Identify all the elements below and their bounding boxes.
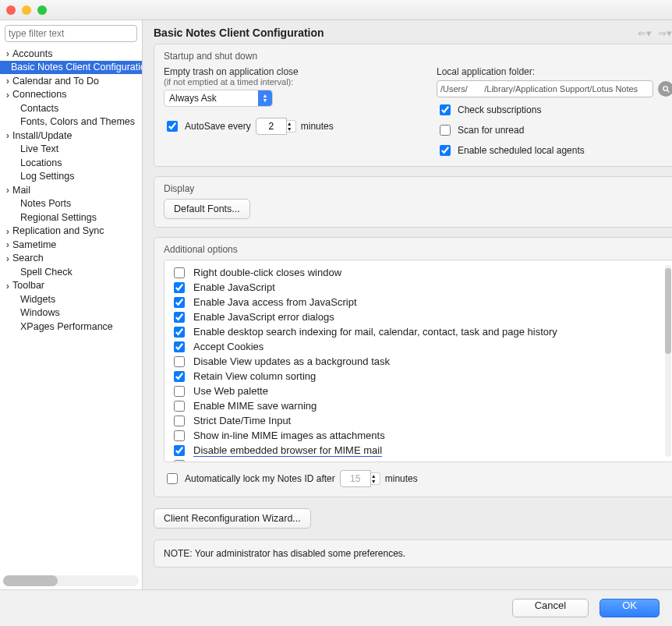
sidebar-item[interactable]: ›Sametime [0, 238, 142, 252]
ok-button[interactable]: OK [599, 599, 660, 617]
sidebar-item[interactable]: ›Accounts [0, 47, 142, 61]
sidebar-item-label: Widgets [20, 294, 55, 305]
options-vscroll-thumb[interactable] [665, 268, 671, 354]
option-row[interactable]: Disable View updates as a background tas… [171, 354, 667, 369]
sidebar-item-label: Install/Update [12, 130, 72, 141]
empty-trash-select[interactable]: Always Ask ▲▼ [164, 90, 273, 107]
autosave-label: AutoSave every [185, 121, 251, 132]
svg-point-0 [663, 86, 667, 90]
option-row[interactable]: Enable JavaScript [171, 280, 667, 295]
scan-unread-checkbox[interactable] [440, 125, 451, 136]
sidebar-item-label: Basic Notes Client Configuration [11, 62, 142, 73]
option-label: Retain View column sorting [193, 370, 316, 382]
sidebar-item[interactable]: ›Replication and Sync [0, 225, 142, 239]
option-row[interactable]: Enable MIME save warning [171, 398, 667, 413]
section-additional-title: Additional options [164, 244, 672, 255]
sidebar-item[interactable]: Basic Notes Client Configuration [0, 61, 142, 75]
sidebar-item[interactable]: Log Settings [0, 170, 142, 184]
option-label: Enable JavaScript [193, 281, 275, 293]
sidebar-item[interactable]: ›Toolbar [0, 279, 142, 293]
check-subscriptions-checkbox[interactable] [440, 104, 451, 115]
filter-input[interactable] [5, 25, 137, 42]
section-startup-title: Startup and shut down [164, 51, 672, 62]
window-close-icon[interactable] [6, 5, 16, 15]
option-checkbox[interactable] [174, 356, 185, 367]
option-row[interactable]: Enable JavaScript error dialogs [171, 309, 667, 324]
sidebar-item[interactable]: Regional Settings [0, 210, 142, 225]
option-checkbox[interactable] [174, 460, 185, 462]
chevron-updown-icon: ▲▼ [258, 90, 272, 106]
option-row[interactable]: Right double-click closes window [171, 265, 667, 280]
option-checkbox[interactable] [174, 312, 185, 323]
page-title: Basic Notes Client Configuration [154, 27, 324, 39]
nav-back-icon[interactable]: ⇐▾ [638, 27, 652, 39]
option-label: Enable desktop search indexing for mail,… [193, 326, 557, 338]
chevron-right-icon: › [3, 89, 12, 101]
sidebar-item[interactable]: Widgets [0, 292, 142, 306]
window-minimize-icon[interactable] [22, 5, 31, 15]
sidebar-item[interactable]: Windows [0, 306, 142, 320]
sidebar-hscroll-thumb[interactable] [3, 575, 58, 586]
sidebar-item[interactable]: XPages Performance [0, 320, 142, 334]
option-checkbox[interactable] [174, 297, 185, 308]
option-checkbox[interactable] [174, 282, 185, 293]
lock-stepper[interactable]: ▲▼ [371, 472, 380, 485]
preference-tree[interactable]: ›AccountsBasic Notes Client Configuratio… [0, 47, 142, 572]
sidebar-item[interactable]: Locations [0, 156, 142, 170]
option-row[interactable]: When text language is unspecified use th… [171, 458, 667, 462]
chevron-right-icon: › [3, 280, 12, 292]
option-checkbox[interactable] [174, 430, 185, 441]
cancel-button[interactable]: Cancel [512, 599, 589, 617]
autosave-stepper[interactable]: ▲▼ [287, 120, 296, 133]
sidebar-item[interactable]: Notes Ports [0, 197, 142, 211]
reconfig-wizard-button[interactable]: Client Reconfiguration Wizard... [154, 508, 311, 529]
option-checkbox[interactable] [174, 416, 185, 426]
browse-icon[interactable] [658, 81, 672, 97]
option-checkbox[interactable] [174, 401, 185, 412]
section-display: Display Default Fonts... [154, 176, 672, 228]
sidebar-item[interactable]: ›Search [0, 252, 142, 266]
option-checkbox[interactable] [174, 386, 185, 397]
autosave-value[interactable] [256, 118, 287, 135]
sidebar-hscroll[interactable] [3, 575, 139, 586]
option-row[interactable]: Show in-line MIME images as attachments [171, 428, 667, 443]
sidebar-item[interactable]: ›Mail [0, 183, 142, 197]
admin-note: NOTE: Your administrator has disabled so… [154, 539, 672, 568]
sidebar-item[interactable]: Spell Check [0, 265, 142, 279]
option-row[interactable]: Enable desktop search indexing for mail,… [171, 324, 667, 339]
option-checkbox[interactable] [174, 327, 185, 338]
sidebar-item[interactable]: Fonts, Colors and Themes [0, 115, 142, 129]
additional-options-list[interactable]: Right double-click closes windowEnable J… [164, 260, 672, 462]
option-row[interactable]: Strict Date/Time Input [171, 413, 667, 428]
filter-box [5, 25, 137, 42]
options-vscroll[interactable] [665, 265, 671, 457]
sidebar-item[interactable]: ›Connections [0, 88, 142, 102]
sidebar-item[interactable]: Live Text [0, 143, 142, 157]
nav-fwd-icon[interactable]: ⇒▾ [658, 27, 672, 39]
sidebar-item[interactable]: ›Install/Update [0, 129, 142, 143]
option-row[interactable]: Enable Java access from JavaScript [171, 295, 667, 309]
option-checkbox[interactable] [174, 445, 185, 456]
option-checkbox[interactable] [174, 371, 185, 382]
option-row[interactable]: Accept Cookies [171, 339, 667, 354]
sidebar-item-label: Spell Check [20, 267, 73, 278]
sidebar-item[interactable]: Contacts [0, 101, 142, 115]
default-fonts-button[interactable]: Default Fonts... [164, 199, 250, 219]
option-row[interactable]: Disable embedded browser for MIME mail [171, 443, 667, 458]
autosave-checkbox[interactable] [167, 121, 178, 132]
sidebar-item[interactable]: ›Calendar and To Do [0, 74, 142, 88]
footer: Cancel OK [0, 589, 672, 625]
chevron-right-icon: › [3, 48, 12, 59]
option-checkbox[interactable] [174, 341, 185, 352]
option-row[interactable]: Retain View column sorting [171, 369, 667, 384]
chevron-right-icon: › [3, 253, 12, 264]
option-checkbox[interactable] [174, 267, 185, 278]
lock-value[interactable] [340, 470, 371, 487]
sidebar-item-label: Regional Settings [20, 212, 97, 223]
enable-agents-checkbox[interactable] [440, 145, 451, 156]
chevron-right-icon: › [3, 239, 12, 250]
window-zoom-icon[interactable] [37, 5, 47, 15]
folder-input[interactable] [437, 80, 653, 97]
option-row[interactable]: Use Web palette [171, 384, 667, 398]
lock-checkbox[interactable] [167, 473, 178, 484]
